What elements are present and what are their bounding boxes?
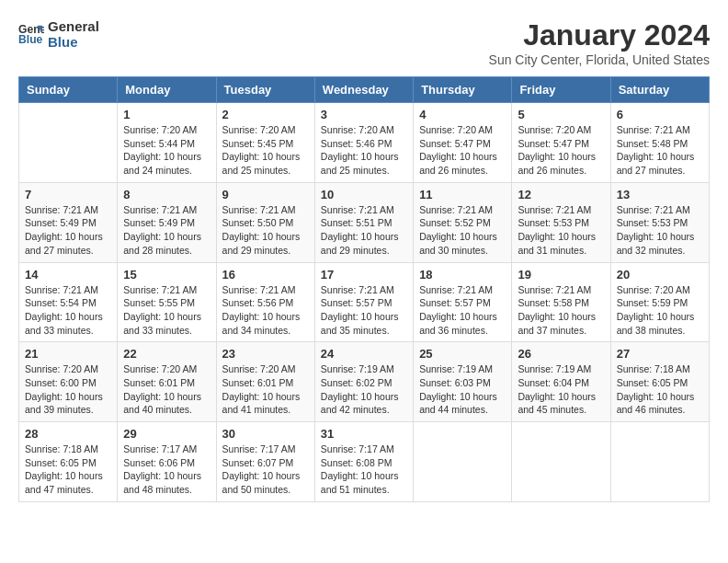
calendar-cell: 2Sunrise: 7:20 AM Sunset: 5:45 PM Daylig…: [216, 103, 314, 183]
day-info: Sunrise: 7:20 AM Sunset: 5:46 PM Dayligh…: [321, 123, 407, 178]
title-area: January 2024 Sun City Center, Florida, U…: [489, 18, 710, 67]
day-info: Sunrise: 7:21 AM Sunset: 5:57 PM Dayligh…: [419, 283, 506, 338]
calendar-cell: 22Sunrise: 7:20 AM Sunset: 6:01 PM Dayli…: [118, 342, 216, 422]
day-number: 12: [518, 188, 604, 201]
calendar-cell: 15Sunrise: 7:21 AM Sunset: 5:55 PM Dayli…: [118, 262, 216, 342]
calendar-cell: [414, 422, 512, 502]
day-number: 16: [222, 268, 309, 282]
location: Sun City Center, Florida, United States: [489, 52, 710, 67]
day-info: Sunrise: 7:21 AM Sunset: 5:53 PM Dayligh…: [518, 203, 604, 258]
calendar-cell: 20Sunrise: 7:20 AM Sunset: 5:59 PM Dayli…: [610, 262, 709, 342]
day-number: 31: [321, 427, 407, 441]
day-info: Sunrise: 7:20 AM Sunset: 5:59 PM Dayligh…: [617, 283, 703, 338]
weekday-header-monday: Monday: [118, 77, 216, 103]
calendar-cell: 24Sunrise: 7:19 AM Sunset: 6:02 PM Dayli…: [314, 342, 413, 422]
logo-icon: General Blue: [18, 21, 44, 47]
calendar-cell: 3Sunrise: 7:20 AM Sunset: 5:46 PM Daylig…: [314, 103, 413, 183]
logo-general: General: [48, 18, 99, 34]
day-number: 15: [123, 268, 210, 282]
day-number: 5: [518, 108, 604, 121]
day-number: 27: [617, 347, 703, 361]
calendar-cell: 19Sunrise: 7:21 AM Sunset: 5:58 PM Dayli…: [512, 262, 610, 342]
day-number: 17: [321, 268, 407, 282]
calendar-cell: 6Sunrise: 7:21 AM Sunset: 5:48 PM Daylig…: [610, 103, 709, 183]
day-info: Sunrise: 7:21 AM Sunset: 5:50 PM Dayligh…: [222, 203, 309, 258]
week-row-1: 1Sunrise: 7:20 AM Sunset: 5:44 PM Daylig…: [19, 103, 710, 183]
day-info: Sunrise: 7:17 AM Sunset: 6:08 PM Dayligh…: [321, 442, 407, 497]
calendar-cell: [19, 103, 118, 183]
week-row-4: 21Sunrise: 7:20 AM Sunset: 6:00 PM Dayli…: [19, 342, 710, 422]
day-info: Sunrise: 7:18 AM Sunset: 6:05 PM Dayligh…: [25, 442, 111, 497]
day-number: 20: [617, 268, 703, 282]
calendar-cell: 21Sunrise: 7:20 AM Sunset: 6:00 PM Dayli…: [19, 342, 118, 422]
day-number: 4: [419, 108, 506, 121]
day-info: Sunrise: 7:19 AM Sunset: 6:04 PM Dayligh…: [518, 362, 604, 417]
calendar-cell: 9Sunrise: 7:21 AM Sunset: 5:50 PM Daylig…: [216, 182, 314, 262]
day-info: Sunrise: 7:17 AM Sunset: 6:07 PM Dayligh…: [222, 442, 309, 497]
weekday-header-sunday: Sunday: [19, 77, 118, 103]
day-info: Sunrise: 7:20 AM Sunset: 5:47 PM Dayligh…: [518, 123, 604, 178]
day-info: Sunrise: 7:20 AM Sunset: 5:44 PM Dayligh…: [123, 123, 210, 178]
day-number: 22: [123, 347, 210, 361]
calendar-cell: 13Sunrise: 7:21 AM Sunset: 5:53 PM Dayli…: [610, 182, 709, 262]
day-number: 2: [222, 108, 309, 121]
day-number: 19: [518, 268, 604, 282]
weekday-header-wednesday: Wednesday: [314, 77, 413, 103]
day-info: Sunrise: 7:20 AM Sunset: 6:00 PM Dayligh…: [25, 362, 111, 417]
day-number: 25: [419, 347, 506, 361]
day-info: Sunrise: 7:19 AM Sunset: 6:03 PM Dayligh…: [419, 362, 506, 417]
day-number: 13: [617, 188, 703, 201]
calendar-cell: 16Sunrise: 7:21 AM Sunset: 5:56 PM Dayli…: [216, 262, 314, 342]
calendar-cell: 27Sunrise: 7:18 AM Sunset: 6:05 PM Dayli…: [610, 342, 709, 422]
svg-text:Blue: Blue: [18, 33, 43, 46]
calendar-cell: 11Sunrise: 7:21 AM Sunset: 5:52 PM Dayli…: [414, 182, 512, 262]
day-info: Sunrise: 7:19 AM Sunset: 6:02 PM Dayligh…: [321, 362, 407, 417]
day-number: 8: [123, 188, 210, 201]
day-number: 6: [617, 108, 703, 121]
weekday-header-tuesday: Tuesday: [216, 77, 314, 103]
day-info: Sunrise: 7:20 AM Sunset: 5:45 PM Dayligh…: [222, 123, 309, 178]
day-number: 23: [222, 347, 309, 361]
calendar-cell: 7Sunrise: 7:21 AM Sunset: 5:49 PM Daylig…: [19, 182, 118, 262]
week-row-5: 28Sunrise: 7:18 AM Sunset: 6:05 PM Dayli…: [19, 422, 710, 502]
day-number: 30: [222, 427, 309, 441]
calendar-cell: 12Sunrise: 7:21 AM Sunset: 5:53 PM Dayli…: [512, 182, 610, 262]
calendar-cell: 28Sunrise: 7:18 AM Sunset: 6:05 PM Dayli…: [19, 422, 118, 502]
logo: General Blue General Blue: [18, 18, 99, 50]
calendar-cell: 26Sunrise: 7:19 AM Sunset: 6:04 PM Dayli…: [512, 342, 610, 422]
calendar-cell: [512, 422, 610, 502]
day-number: 18: [419, 268, 506, 282]
weekday-header-saturday: Saturday: [610, 77, 709, 103]
calendar-cell: 4Sunrise: 7:20 AM Sunset: 5:47 PM Daylig…: [414, 103, 512, 183]
week-row-3: 14Sunrise: 7:21 AM Sunset: 5:54 PM Dayli…: [19, 262, 710, 342]
day-number: 28: [25, 427, 111, 441]
calendar-cell: 25Sunrise: 7:19 AM Sunset: 6:03 PM Dayli…: [414, 342, 512, 422]
day-info: Sunrise: 7:21 AM Sunset: 5:57 PM Dayligh…: [321, 283, 407, 338]
week-row-2: 7Sunrise: 7:21 AM Sunset: 5:49 PM Daylig…: [19, 182, 710, 262]
day-number: 29: [123, 427, 210, 441]
month-title: January 2024: [489, 18, 710, 52]
calendar-cell: [610, 422, 709, 502]
calendar-cell: 31Sunrise: 7:17 AM Sunset: 6:08 PM Dayli…: [314, 422, 413, 502]
calendar-cell: 8Sunrise: 7:21 AM Sunset: 5:49 PM Daylig…: [118, 182, 216, 262]
weekday-header-friday: Friday: [512, 77, 610, 103]
day-info: Sunrise: 7:21 AM Sunset: 5:48 PM Dayligh…: [617, 123, 703, 178]
day-info: Sunrise: 7:21 AM Sunset: 5:54 PM Dayligh…: [25, 283, 111, 338]
day-info: Sunrise: 7:18 AM Sunset: 6:05 PM Dayligh…: [617, 362, 703, 417]
day-info: Sunrise: 7:21 AM Sunset: 5:55 PM Dayligh…: [123, 283, 210, 338]
calendar-cell: 14Sunrise: 7:21 AM Sunset: 5:54 PM Dayli…: [19, 262, 118, 342]
day-info: Sunrise: 7:21 AM Sunset: 5:56 PM Dayligh…: [222, 283, 309, 338]
day-info: Sunrise: 7:21 AM Sunset: 5:51 PM Dayligh…: [321, 203, 407, 258]
calendar-cell: 29Sunrise: 7:17 AM Sunset: 6:06 PM Dayli…: [118, 422, 216, 502]
calendar-cell: 17Sunrise: 7:21 AM Sunset: 5:57 PM Dayli…: [314, 262, 413, 342]
calendar-cell: 23Sunrise: 7:20 AM Sunset: 6:01 PM Dayli…: [216, 342, 314, 422]
calendar-cell: 10Sunrise: 7:21 AM Sunset: 5:51 PM Dayli…: [314, 182, 413, 262]
day-number: 14: [25, 268, 111, 282]
calendar-cell: 18Sunrise: 7:21 AM Sunset: 5:57 PM Dayli…: [414, 262, 512, 342]
calendar-cell: 5Sunrise: 7:20 AM Sunset: 5:47 PM Daylig…: [512, 103, 610, 183]
day-number: 11: [419, 188, 506, 201]
day-number: 24: [321, 347, 407, 361]
page-header: General Blue General Blue January 2024 S…: [18, 18, 710, 67]
day-number: 3: [321, 108, 407, 121]
calendar-cell: 30Sunrise: 7:17 AM Sunset: 6:07 PM Dayli…: [216, 422, 314, 502]
